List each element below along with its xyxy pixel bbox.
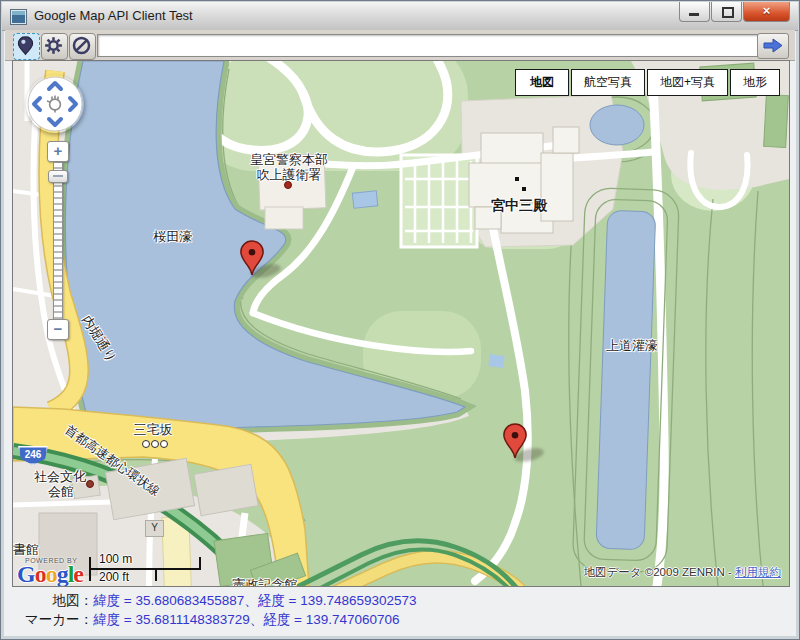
y-junction-symbol: Y: [145, 520, 164, 537]
scale-imperial-label: 200 ft: [99, 570, 129, 584]
close-icon: ×: [744, 3, 789, 18]
kyuchu-dot-2: [522, 187, 526, 191]
status-marker-label: マーカー：: [15, 610, 93, 629]
minimize-button[interactable]: [679, 2, 710, 22]
miyakezaka-junction-symbol: [142, 440, 168, 448]
address-input[interactable]: [97, 34, 767, 57]
shakai-bunka-poi-dot: [86, 480, 94, 488]
title-bar[interactable]: Google Map API Client Test ×: [2, 2, 798, 31]
map-type-satellite[interactable]: 航空写真: [571, 69, 645, 96]
status-map-coords: 緯度 = 35.680683455887、経度 = 139.7486593025…: [93, 593, 417, 608]
cancel-tool-button[interactable]: [69, 33, 96, 60]
label-miyakezaka: 三宅坂: [134, 421, 173, 439]
status-map-label: 地図：: [15, 591, 93, 610]
label-kensei-kinenkan: 憲政記念館: [233, 576, 298, 587]
zoom-track[interactable]: [53, 162, 63, 320]
pan-control[interactable]: [26, 75, 84, 133]
map-type-switcher: 地図 航空写真 地図+写真 地形: [515, 69, 780, 96]
window-title: Google Map API Client Test: [34, 8, 193, 23]
app-icon: [10, 9, 27, 25]
status-line-map: 地図：緯度 = 35.680683455887、経度 = 139.7486593…: [15, 591, 417, 610]
map-marker-1[interactable]: [239, 240, 265, 276]
small-pond: [352, 191, 377, 208]
marker-pin-icon: [14, 34, 37, 57]
map-marker-2[interactable]: [502, 423, 528, 459]
label-kyuchu-sanden: 宮中三殿: [491, 197, 547, 215]
marker-tool-button[interactable]: [13, 33, 40, 60]
map-type-hybrid[interactable]: 地図+写真: [647, 69, 728, 96]
map-tiles: [13, 61, 789, 586]
status-area: 地図：緯度 = 35.680683455887、経度 = 139.7486593…: [15, 591, 417, 629]
palace-buildings: [469, 127, 579, 233]
zoom-slider-handle[interactable]: [48, 170, 68, 183]
zoom-in-button[interactable]: +: [47, 141, 69, 162]
go-button[interactable]: [757, 33, 789, 59]
police-hq-poi-dot: [284, 181, 292, 189]
scale-metric-label: 100 m: [99, 552, 132, 566]
arrow-right-icon: [762, 37, 784, 54]
status-line-marker: マーカー：緯度 = 35.6811148383729、経度 = 139.7470…: [15, 610, 417, 629]
map-type-terrain[interactable]: 地形: [730, 69, 780, 96]
scale-bar: 100 m 200 ft: [89, 551, 213, 587]
marker-pin-icon: [502, 423, 528, 459]
garden-grid: [401, 155, 477, 247]
map-type-map[interactable]: 地図: [515, 69, 569, 96]
map-attribution: 地図データ ©2009 ZENRIN - 利用規約: [583, 565, 781, 580]
app-window: Google Map API Client Test ×: [0, 0, 800, 640]
status-marker-coords: 緯度 = 35.6811148383729、経度 = 139.747060706: [93, 612, 400, 627]
google-logo[interactable]: Google: [17, 561, 83, 587]
cancel-circle-icon: [70, 34, 93, 57]
maximize-icon: [722, 7, 734, 18]
label-kami-dokan-moat: 上道灌濠: [606, 337, 658, 355]
zoom-out-button[interactable]: −: [47, 319, 69, 340]
close-button[interactable]: ×: [743, 2, 790, 22]
label-shakai-bunka-line2: 会館: [48, 483, 74, 501]
scale-left-cap: [89, 557, 91, 581]
scale-imperial-tick: [155, 568, 157, 581]
scale-metric-cap: [199, 557, 201, 569]
terms-link[interactable]: 利用規約: [735, 566, 781, 578]
kyuchu-dot-1: [515, 177, 519, 181]
north-pond: [590, 105, 644, 145]
toolbar: [5, 30, 795, 61]
gear-icon: [42, 34, 65, 57]
settings-tool-button[interactable]: [41, 33, 68, 60]
attribution-text: 地図データ ©2009 ZENRIN -: [583, 566, 735, 578]
marker-pin-icon: [239, 240, 265, 276]
maximize-button[interactable]: [711, 2, 742, 22]
tiny-pond: [488, 354, 505, 368]
map-canvas[interactable]: 桜田濠 皇宮警察本部 吹上護衛署 宮中三殿 上道灌濠 三宅坂 内堀通り 首都高速…: [12, 60, 790, 587]
minimize-icon: [689, 13, 699, 16]
label-sakurada-moat: 桜田濠: [154, 228, 193, 246]
